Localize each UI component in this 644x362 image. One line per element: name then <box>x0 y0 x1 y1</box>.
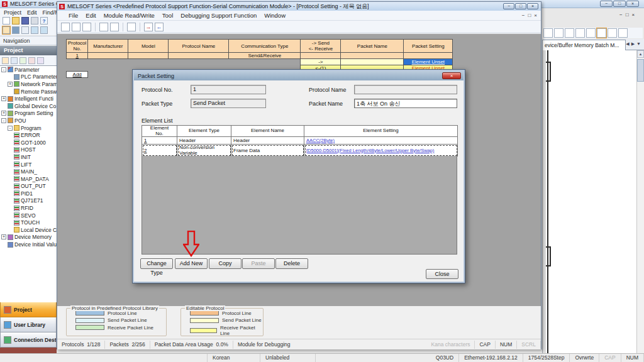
tree-item-rfid[interactable]: RFID <box>0 204 57 212</box>
paste-icon[interactable] <box>110 23 119 31</box>
menu-window[interactable]: Window <box>264 12 286 19</box>
tree-item-program[interactable]: -Program <box>0 124 57 132</box>
tree-item-host[interactable]: HOST <box>0 146 57 154</box>
tree-item-main[interactable]: MAIN_ <box>0 168 57 175</box>
tab-scroll-controls[interactable]: ◀▶▼ <box>626 41 643 47</box>
copy-button[interactable]: Copy <box>209 258 242 269</box>
menu-tool[interactable]: Tool <box>162 12 173 19</box>
cell-model[interactable] <box>128 53 169 59</box>
menu-module-read-write[interactable]: Module Read/Write <box>104 12 155 19</box>
tree-new-icon[interactable] <box>2 57 9 64</box>
param-verify-icon[interactable] <box>40 26 48 34</box>
tree-item-parameter[interactable]: -Parameter <box>0 66 57 74</box>
toolbar-icon[interactable] <box>586 28 596 38</box>
tree-item-touch[interactable]: TOUCH <box>0 219 57 226</box>
save-icon[interactable] <box>82 23 91 31</box>
ladder-editor-canvas[interactable] <box>542 50 636 353</box>
toolbar-icon[interactable] <box>565 28 574 38</box>
tree-item-plc-parameter[interactable]: PLC Parameter <box>0 74 57 81</box>
tab-next-icon[interactable]: ▶ <box>631 41 636 46</box>
module-config-icon[interactable] <box>12 26 19 34</box>
nav-button-connection-destination[interactable]: Connection Destin <box>0 332 57 348</box>
tree-item-device-initial[interactable]: Device Initial Valu <box>0 241 57 248</box>
tab-list-icon[interactable]: ▼ <box>636 41 643 46</box>
expander-icon[interactable]: + <box>1 111 6 116</box>
vertical-scrollbar[interactable]: ▲ <box>636 50 644 353</box>
add-new-button[interactable]: Add New <box>175 258 208 269</box>
scroll-up-icon[interactable]: ▲ <box>637 50 644 58</box>
toolbar-icon[interactable] <box>554 28 564 38</box>
save-project-icon[interactable] <box>21 17 29 25</box>
change-type-button[interactable]: Change Type <box>140 258 173 269</box>
tab-device-buffer-memory[interactable]: evice/Buffer Memory Batch M... <box>542 40 626 50</box>
expander-icon[interactable]: + <box>1 96 6 101</box>
tree-paste-icon[interactable] <box>19 57 26 64</box>
element-unset-link-send[interactable]: Element Unset <box>412 59 445 65</box>
close-button[interactable]: Close <box>426 269 458 279</box>
tree-item-error[interactable]: ERROR <box>0 131 57 139</box>
tree-item-program-setting[interactable]: +Program Setting <box>0 110 57 118</box>
tree-item-remote-password[interactable]: Remote Passw <box>0 88 57 96</box>
tree-item-lift[interactable]: LIFT <box>0 161 57 168</box>
nav-button-user-library[interactable]: User Library <box>0 317 57 332</box>
window-layout-icon[interactable] <box>21 26 29 34</box>
menu-file[interactable]: File <box>69 12 78 19</box>
minimize-icon[interactable]: − <box>600 1 613 7</box>
tree-item-intelligent-function[interactable]: +Intelligent Functi <box>0 95 57 102</box>
expander-icon[interactable]: - <box>1 118 6 123</box>
tree-item-out-put[interactable]: OUT_PUT <box>0 183 57 190</box>
tree-item-pid1[interactable]: PID1 <box>0 190 57 197</box>
menu-edit[interactable]: Edit <box>86 12 96 19</box>
tree-info-icon[interactable] <box>28 57 35 64</box>
param-write-icon[interactable] <box>31 26 38 34</box>
element-2-link[interactable]: 2 <box>144 148 147 153</box>
maximize-icon[interactable]: □ <box>515 3 526 9</box>
mdi-restore-icon[interactable]: □ <box>528 13 531 18</box>
mdi-restore-icon[interactable]: □ <box>626 12 629 18</box>
protocol-1-link[interactable]: 1 <box>75 53 78 58</box>
mdi-minimize-icon[interactable]: − <box>522 13 525 18</box>
cell-communication-type[interactable]: Send&Receive <box>229 53 301 59</box>
expander-icon[interactable]: + <box>8 82 13 87</box>
packet-name-input[interactable]: 1축 서보 On 송신 <box>354 99 457 108</box>
mdi-close-icon[interactable]: × <box>632 12 635 18</box>
toolbar-icon[interactable] <box>575 28 585 38</box>
toolbar-icon[interactable] <box>618 28 628 38</box>
maximize-icon[interactable]: □ <box>613 1 626 7</box>
element-1-setting-link[interactable]: AACC(2Byte) <box>306 138 335 143</box>
new-project-icon[interactable] <box>3 17 10 25</box>
close-icon[interactable]: × <box>442 72 461 79</box>
tree-item-pou[interactable]: -POU <box>0 117 57 124</box>
cell-protocol-name[interactable] <box>169 53 229 59</box>
tree-copy-icon[interactable] <box>11 57 18 64</box>
tree-item-network-parameter[interactable]: +Network Param <box>0 80 57 88</box>
expander-icon[interactable]: - <box>1 67 6 72</box>
tree-refresh-icon[interactable] <box>37 57 44 64</box>
tree-item-qj71e71[interactable]: QJ71E71 <box>0 197 57 205</box>
add-protocol-link[interactable]: Add <box>73 72 82 77</box>
tree-item-sevo[interactable]: SEVO <box>0 212 57 219</box>
copy-icon[interactable] <box>99 23 108 31</box>
delete-button[interactable]: Delete <box>275 258 308 269</box>
tree-item-init[interactable]: INIT <box>0 153 57 161</box>
menu-project[interactable]: Project <box>4 9 21 16</box>
tree-item-global-device[interactable]: Global Device Co <box>0 102 57 110</box>
close-icon[interactable]: × <box>527 3 538 9</box>
help-icon[interactable]: ? <box>40 17 48 25</box>
minimize-icon[interactable]: − <box>503 3 514 9</box>
expander-icon[interactable]: + <box>1 234 6 239</box>
menu-debugging-support[interactable]: Debugging Support Function <box>180 12 257 19</box>
menu-edit[interactable]: Edit <box>27 9 37 16</box>
navigation-pane-toggle-icon[interactable] <box>3 26 10 34</box>
scrollbar-thumb[interactable] <box>637 59 644 82</box>
open-icon[interactable] <box>72 23 80 31</box>
tree-item-got1000[interactable]: GOT-1000 <box>0 139 57 146</box>
element-1-link[interactable]: 1 <box>144 138 147 143</box>
tree-item-device-memory[interactable]: +Device Memory <box>0 234 57 241</box>
tree-item-map-data[interactable]: MAP_DATA <box>0 175 57 183</box>
cell-manufacturer[interactable] <box>88 53 128 59</box>
read-from-module-icon[interactable]: ← <box>155 23 164 31</box>
write-to-module-icon[interactable]: → <box>144 23 153 31</box>
new-icon[interactable] <box>61 23 70 31</box>
nav-button-project[interactable]: Project <box>0 302 57 317</box>
